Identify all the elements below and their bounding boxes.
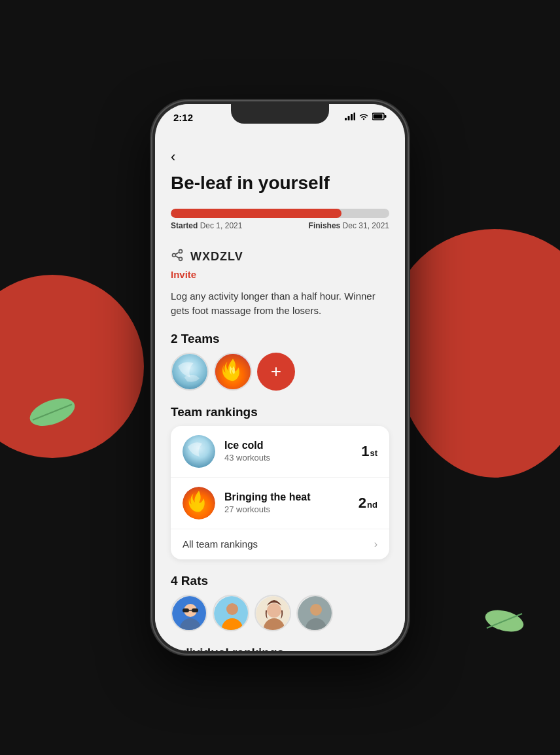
team-avatars: + [155, 353, 405, 401]
back-button[interactable]: ‹ [171, 149, 175, 166]
team-avatar-ice [171, 353, 209, 391]
team-ranking-avatar-fire [183, 487, 215, 519]
svg-rect-7 [354, 113, 356, 120]
team-ranking-avatar-ice [183, 435, 215, 468]
bg-decoration-right [390, 229, 560, 478]
wifi-icon [359, 113, 369, 122]
invite-link[interactable]: Invite [155, 268, 405, 287]
team-ranking-info-2: Bringing the heat 27 workouts [224, 491, 359, 514]
svg-point-31 [267, 603, 281, 618]
svg-rect-25 [192, 608, 198, 612]
phone-shell: 2:12 [152, 101, 408, 654]
scene: 2:12 [0, 0, 560, 755]
chevron-right-icon: › [374, 538, 377, 550]
progress-bar-bg [171, 209, 389, 218]
phone-inner: 2:12 [155, 104, 405, 651]
svg-rect-6 [351, 114, 353, 120]
progress-bar-fill [171, 209, 341, 218]
team-workouts-1: 43 workouts [224, 453, 361, 463]
svg-line-15 [175, 256, 179, 258]
battery-icon [372, 113, 387, 122]
add-team-button[interactable]: + [257, 353, 295, 391]
team-position-1: 1st [361, 443, 377, 460]
notch [231, 104, 329, 124]
team-rankings-title: Team rankings [155, 401, 405, 426]
rats-avatars [155, 595, 405, 642]
svg-rect-11 [374, 114, 383, 119]
svg-rect-24 [183, 608, 189, 612]
svg-point-8 [363, 118, 364, 120]
leaf-left [26, 393, 79, 432]
svg-rect-4 [345, 118, 347, 120]
all-rankings-label: All team rankings [183, 538, 258, 550]
team-name-1: Ice cold [224, 440, 361, 451]
team-ranking-info-1: Ice cold 43 workouts [224, 440, 361, 463]
progress-dates: Started Dec 1, 2021 Finishes Dec 31, 202… [171, 221, 389, 230]
status-time: 2:12 [173, 112, 193, 123]
status-icons [345, 113, 387, 122]
team-avatar-fire [214, 353, 252, 391]
progress-section: Started Dec 1, 2021 Finishes Dec 31, 202… [155, 209, 405, 236]
svg-rect-5 [348, 116, 350, 120]
challenge-title: Be-leaf in yourself [171, 172, 389, 194]
leaf-right [481, 605, 527, 637]
team-name-2: Bringing the heat [224, 491, 359, 503]
challenge-code: WXDZLV [190, 250, 243, 264]
svg-rect-10 [385, 115, 387, 118]
rat-avatar-1 [171, 595, 207, 631]
individual-rankings-title: Individual rankings [155, 642, 405, 651]
svg-point-17 [172, 354, 207, 389]
rat-avatar-4 [296, 595, 333, 631]
all-team-rankings-row[interactable]: All team rankings › [171, 529, 389, 559]
challenge-description: Log any activity longer than a half hour… [155, 287, 405, 328]
team-position-2: 2nd [359, 495, 377, 512]
svg-point-12 [179, 249, 183, 253]
svg-point-13 [173, 253, 176, 256]
team-workouts-2: 27 workouts [224, 504, 359, 514]
svg-point-34 [310, 604, 322, 616]
end-date: Finishes Dec 31, 2021 [309, 221, 389, 230]
svg-point-28 [226, 603, 238, 615]
rat-avatar-3 [254, 595, 291, 631]
team-rankings-card: Ice cold 43 workouts 1st [171, 426, 389, 559]
team-ranking-row-1: Ice cold 43 workouts 1st [171, 426, 389, 478]
team-ranking-row-2: Bringing the heat 27 workouts 2nd [171, 478, 389, 529]
screen-content[interactable]: ‹ Be-leaf in yourself Started Dec 1, 202… [155, 138, 405, 651]
start-date: Started Dec 1, 2021 [171, 221, 242, 230]
header: ‹ Be-leaf in yourself [155, 138, 405, 209]
signal-icon [345, 113, 355, 122]
svg-line-16 [175, 252, 179, 254]
svg-rect-26 [189, 610, 192, 611]
svg-point-19 [183, 435, 215, 468]
rats-section-title: 4 Rats [155, 570, 405, 595]
code-section: WXDZLV [155, 242, 405, 268]
rat-avatar-2 [213, 595, 249, 631]
share-icon [171, 249, 184, 265]
svg-point-14 [179, 257, 183, 260]
teams-section-title: 2 Teams [155, 328, 405, 353]
